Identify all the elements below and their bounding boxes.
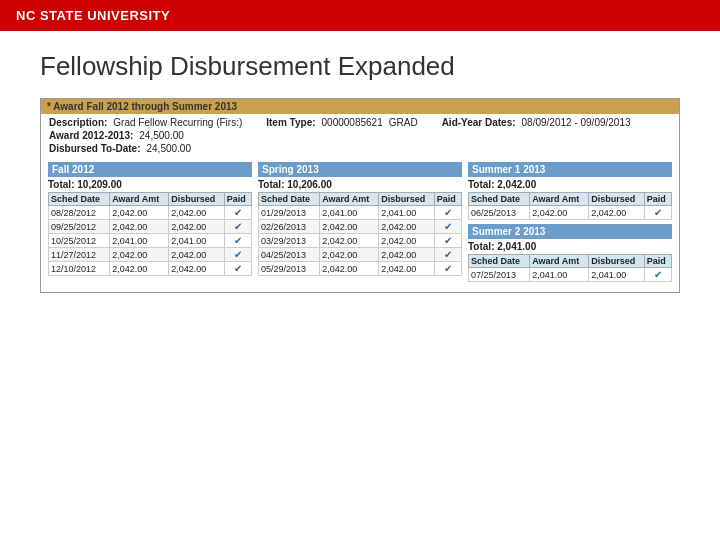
summer1-section: Summer 1 2013 Total: 2,042.00 Sched Date… [465, 162, 675, 220]
fall2012-col-paid: Paid [224, 193, 251, 206]
summer2-total-value: 2,041.00 [497, 241, 536, 252]
fall2012-section: Fall 2012 Total: 10,209.00 Sched Date Aw… [45, 162, 255, 286]
spring2013-header: Spring 2013 [258, 162, 462, 177]
table-row: 02/26/2013 2,042.00 2,042.00 ✔ [259, 220, 462, 234]
cell-award: 2,042.00 [320, 220, 379, 234]
cell-date: 06/25/2013 [469, 206, 530, 220]
cell-award: 2,042.00 [110, 262, 169, 276]
description-field: Description: Grad Fellow Recurring (Firs… [49, 117, 242, 128]
paid-checkmark: ✔ [234, 235, 242, 246]
paid-checkmark: ✔ [444, 207, 452, 218]
spring2013-section: Spring 2013 Total: 10,206.00 Sched Date … [255, 162, 465, 286]
cell-paid: ✔ [224, 248, 251, 262]
table-row: 11/27/2012 2,042.00 2,042.00 ✔ [49, 248, 252, 262]
description-value: Grad Fellow Recurring (Firs:) [113, 117, 242, 128]
cell-award: 2,042.00 [530, 206, 589, 220]
summer1-table: Sched Date Award Amt Disbursed Paid 06/2… [468, 192, 672, 220]
spring2013-col-disbursed: Disbursed [379, 193, 435, 206]
cell-date: 07/25/2013 [469, 268, 530, 282]
cell-date: 01/29/2013 [259, 206, 320, 220]
cell-disbursed: 2,042.00 [169, 220, 225, 234]
item-type-code: GRAD [389, 117, 418, 128]
summer2-section: Summer 2 2013 Total: 2,041.00 Sched Date… [465, 224, 675, 282]
cell-paid: ✔ [644, 268, 671, 282]
cell-disbursed: 2,042.00 [379, 234, 435, 248]
cell-award: 2,042.00 [320, 248, 379, 262]
table-row: 12/10/2012 2,042.00 2,042.00 ✔ [49, 262, 252, 276]
paid-checkmark: ✔ [444, 263, 452, 274]
table-row: 04/25/2013 2,042.00 2,042.00 ✔ [259, 248, 462, 262]
summer2-total: Total: 2,041.00 [468, 241, 672, 252]
table-row: 10/25/2012 2,041.00 2,041.00 ✔ [49, 234, 252, 248]
cell-disbursed: 2,042.00 [379, 262, 435, 276]
table-row: 03/29/2013 2,042.00 2,042.00 ✔ [259, 234, 462, 248]
disbursed-label: Disbursed To-Date: [49, 143, 141, 154]
summer1-col-date: Sched Date [469, 193, 530, 206]
cell-disbursed: 2,041.00 [589, 268, 645, 282]
award-box: * Award Fall 2012 through Summer 2013 De… [40, 98, 680, 293]
item-type-value: 00000085621 [322, 117, 383, 128]
aid-year-value: 08/09/2012 - 09/09/2013 [522, 117, 631, 128]
cell-paid: ✔ [434, 220, 461, 234]
paid-checkmark: ✔ [234, 263, 242, 274]
spring2013-total-value: 10,206.00 [287, 179, 332, 190]
spring2013-col-date: Sched Date [259, 193, 320, 206]
cell-date: 11/27/2012 [49, 248, 110, 262]
cell-award: 2,042.00 [110, 220, 169, 234]
aid-year-field: Aid-Year Dates: 08/09/2012 - 09/09/2013 [442, 117, 631, 128]
fall2012-col-disbursed: Disbursed [169, 193, 225, 206]
info-row-3: Disbursed To-Date: 24,500.00 [49, 143, 671, 154]
summer1-total-label: Total: [468, 179, 494, 190]
disbursed-value: 24,500.00 [147, 143, 192, 154]
info-row-1: Description: Grad Fellow Recurring (Firs… [49, 117, 671, 128]
summer2-total-label: Total: [468, 241, 494, 252]
fall2012-total-label: Total: [48, 179, 74, 190]
cell-paid: ✔ [434, 248, 461, 262]
spring2013-total-label: Total: [258, 179, 284, 190]
page-title: Fellowship Disbursement Expanded [40, 51, 680, 82]
paid-checkmark: ✔ [444, 221, 452, 232]
summer1-col-paid: Paid [644, 193, 671, 206]
summer2-col-paid: Paid [644, 255, 671, 268]
summer2-col-award: Award Amt [530, 255, 589, 268]
table-row: 09/25/2012 2,042.00 2,042.00 ✔ [49, 220, 252, 234]
item-type-field: Item Type: 00000085621 GRAD [266, 117, 417, 128]
summer1-col-award: Award Amt [530, 193, 589, 206]
paid-checkmark: ✔ [654, 207, 662, 218]
table-row: 06/25/2013 2,042.00 2,042.00 ✔ [469, 206, 672, 220]
summer2-col-date: Sched Date [469, 255, 530, 268]
cell-award: 2,041.00 [110, 234, 169, 248]
cell-award: 2,041.00 [320, 206, 379, 220]
cell-disbursed: 2,041.00 [169, 234, 225, 248]
cell-disbursed: 2,042.00 [379, 220, 435, 234]
award-amount-label: Award 2012-2013: [49, 130, 133, 141]
award-amount-value: 24,500.00 [139, 130, 184, 141]
cell-award: 2,042.00 [110, 206, 169, 220]
table-row: 07/25/2013 2,041.00 2,041.00 ✔ [469, 268, 672, 282]
fall2012-header: Fall 2012 [48, 162, 252, 177]
cell-paid: ✔ [224, 220, 251, 234]
award-info-block: Description: Grad Fellow Recurring (Firs… [41, 114, 679, 160]
spring2013-total: Total: 10,206.00 [258, 179, 462, 190]
cell-award: 2,041.00 [530, 268, 589, 282]
paid-checkmark: ✔ [234, 207, 242, 218]
cell-award: 2,042.00 [320, 234, 379, 248]
cell-paid: ✔ [434, 206, 461, 220]
disbursed-field: Disbursed To-Date: 24,500.00 [49, 143, 191, 154]
paid-checkmark: ✔ [654, 269, 662, 280]
cell-date: 04/25/2013 [259, 248, 320, 262]
spring2013-col-paid: Paid [434, 193, 461, 206]
paid-checkmark: ✔ [234, 221, 242, 232]
cell-award: 2,042.00 [110, 248, 169, 262]
university-name: NC STATE UNIVERSITY [16, 8, 170, 23]
table-row: 08/28/2012 2,042.00 2,042.00 ✔ [49, 206, 252, 220]
header: NC STATE UNIVERSITY [0, 0, 720, 31]
fall2012-total-value: 10,209.00 [77, 179, 122, 190]
table-row: 05/29/2013 2,042.00 2,042.00 ✔ [259, 262, 462, 276]
cell-paid: ✔ [224, 206, 251, 220]
cell-date: 05/29/2013 [259, 262, 320, 276]
cell-date: 10/25/2012 [49, 234, 110, 248]
aid-year-label: Aid-Year Dates: [442, 117, 516, 128]
award-amount-field: Award 2012-2013: 24,500.00 [49, 130, 184, 141]
cell-paid: ✔ [434, 262, 461, 276]
